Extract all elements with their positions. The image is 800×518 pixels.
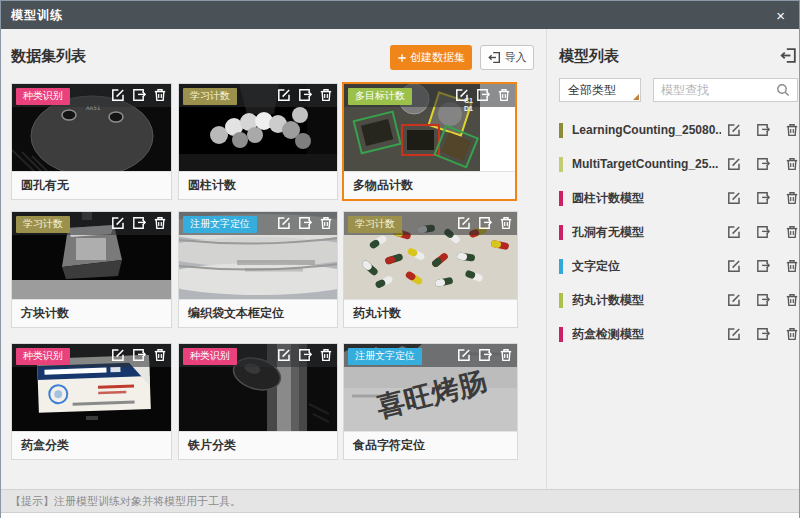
copy-icon[interactable] (756, 123, 770, 137)
close-icon[interactable]: × (772, 6, 789, 25)
model-color-bar (559, 225, 563, 240)
dataset-thumbnail: 学习计数 (179, 84, 337, 171)
delete-icon[interactable] (499, 348, 513, 362)
edit-icon[interactable] (111, 88, 125, 102)
dataset-thumbnail: 种类识别 (179, 344, 337, 431)
edit-icon[interactable] (727, 157, 741, 171)
delete-icon[interactable] (153, 348, 167, 362)
copy-icon[interactable] (756, 327, 770, 341)
model-search-box (653, 78, 798, 102)
model-color-bar (559, 259, 563, 274)
copy-icon[interactable] (756, 259, 770, 273)
edit-icon[interactable] (727, 259, 741, 273)
edit-icon[interactable] (277, 348, 291, 362)
dataset-thumbnail: 学习计数 (12, 212, 171, 299)
copy-icon[interactable] (756, 225, 770, 239)
import-icon (488, 51, 501, 64)
dataset-title: 药盒分类 (12, 431, 171, 459)
dataset-thumbnail: 注册文字定位 (179, 212, 337, 299)
edit-icon[interactable] (727, 123, 741, 137)
edit-icon[interactable] (457, 216, 471, 230)
delete-icon[interactable] (319, 88, 333, 102)
model-name: 孔洞有无模型 (572, 224, 721, 241)
copy-icon[interactable] (756, 293, 770, 307)
delete-icon[interactable] (499, 216, 513, 230)
delete-icon[interactable] (497, 88, 511, 102)
dataset-card[interactable]: AA51 种类识别 圆孔有无 (11, 83, 172, 200)
copy-icon[interactable] (478, 216, 492, 230)
edit-icon[interactable] (277, 88, 291, 102)
dataset-card[interactable]: 学习计数 圆柱计数 (178, 83, 338, 200)
create-dataset-button[interactable]: 创建数据集 (390, 45, 472, 70)
model-name: 圆柱计数模型 (572, 190, 721, 207)
dataset-title: 编织袋文本框定位 (179, 299, 337, 327)
delete-icon[interactable] (785, 259, 799, 273)
edit-icon[interactable] (727, 191, 741, 205)
edit-icon[interactable] (727, 225, 741, 239)
delete-icon[interactable] (153, 216, 167, 230)
edit-icon[interactable] (111, 348, 125, 362)
delete-icon[interactable] (785, 123, 799, 137)
model-row[interactable]: 文字定位 (559, 249, 799, 283)
dataset-title: 圆孔有无 (12, 171, 171, 199)
copy-icon[interactable] (298, 88, 312, 102)
dialog-title: 模型训练 (11, 7, 63, 24)
delete-icon[interactable] (319, 348, 333, 362)
delete-icon[interactable] (785, 225, 799, 239)
dataset-title: 多物品计数 (344, 171, 515, 199)
search-icon[interactable] (776, 83, 790, 97)
model-row[interactable]: 圆柱计数模型 (559, 181, 799, 215)
dataset-thumbnail: 喜旺烤肠 注册文字定位 (344, 344, 517, 431)
model-training-dialog: 模型训练 × 数据集列表 创建数据集 导入 AA51 种类识别 (0, 0, 800, 518)
edit-icon[interactable] (727, 327, 741, 341)
model-list-title: 模型列表 (559, 47, 619, 66)
copy-icon[interactable] (132, 216, 146, 230)
model-name: 药盒检测模型 (572, 326, 721, 343)
delete-icon[interactable] (785, 157, 799, 171)
edit-icon[interactable] (111, 216, 125, 230)
model-row[interactable]: 药丸计数模型 (559, 283, 799, 317)
dataset-type-badge: 种类识别 (16, 88, 70, 105)
dataset-card[interactable]: 喜旺烤肠 注册文字定位 食品字符定位 (343, 343, 518, 460)
model-type-filter[interactable]: 全部类型 (559, 78, 641, 102)
model-row[interactable]: 孔洞有无模型 (559, 215, 799, 249)
copy-icon[interactable] (132, 348, 146, 362)
dataset-type-badge: 注册文字定位 (348, 348, 422, 365)
footer-strip (1, 512, 799, 518)
dataset-card[interactable]: 学习计数 方块计数 (11, 211, 172, 328)
dataset-card[interactable]: 注册文字定位 编织袋文本框定位 (178, 211, 338, 328)
dataset-type-badge: 多目标计数 (348, 88, 412, 105)
delete-icon[interactable] (785, 293, 799, 307)
delete-icon[interactable] (785, 191, 799, 205)
copy-icon[interactable] (478, 348, 492, 362)
dataset-thumbnail: 种类识别 (12, 344, 171, 431)
model-row[interactable]: MultiTargetCounting_25... (559, 147, 799, 181)
edit-icon[interactable] (727, 293, 741, 307)
dataset-card[interactable]: 种类识别 药盒分类 (11, 343, 172, 460)
copy-icon[interactable] (476, 88, 490, 102)
copy-icon[interactable] (132, 88, 146, 102)
model-search-input[interactable] (661, 83, 776, 97)
model-row[interactable]: 药盒检测模型 (559, 317, 799, 351)
model-name: 文字定位 (572, 258, 721, 275)
delete-icon[interactable] (319, 216, 333, 230)
dataset-card[interactable]: 种类识别 铁片分类 (178, 343, 338, 460)
dataset-thumbnail: 多目标计数 C1 D1 (344, 84, 515, 171)
import-dataset-button[interactable]: 导入 (480, 45, 534, 70)
dataset-type-badge: 学习计数 (348, 216, 402, 233)
model-row[interactable]: LearningCounting_25080... (559, 113, 799, 147)
copy-icon[interactable] (298, 348, 312, 362)
dataset-card-selected[interactable]: 多目标计数 C1 D1 多物品计数 (342, 82, 517, 201)
copy-icon[interactable] (756, 157, 770, 171)
edit-icon[interactable] (457, 348, 471, 362)
edit-icon[interactable] (277, 216, 291, 230)
copy-icon[interactable] (756, 191, 770, 205)
copy-icon[interactable] (298, 216, 312, 230)
dataset-card[interactable]: 学习计数 药丸计数 (343, 211, 518, 328)
delete-icon[interactable] (153, 88, 167, 102)
model-name: MultiTargetCounting_25... (572, 157, 721, 171)
model-name: 药丸计数模型 (572, 292, 721, 309)
delete-icon[interactable] (785, 327, 799, 341)
import-model-icon[interactable] (780, 47, 797, 64)
hint-bar: 【提示】注册模型训练对象并将模型用于工具。 (1, 489, 799, 512)
